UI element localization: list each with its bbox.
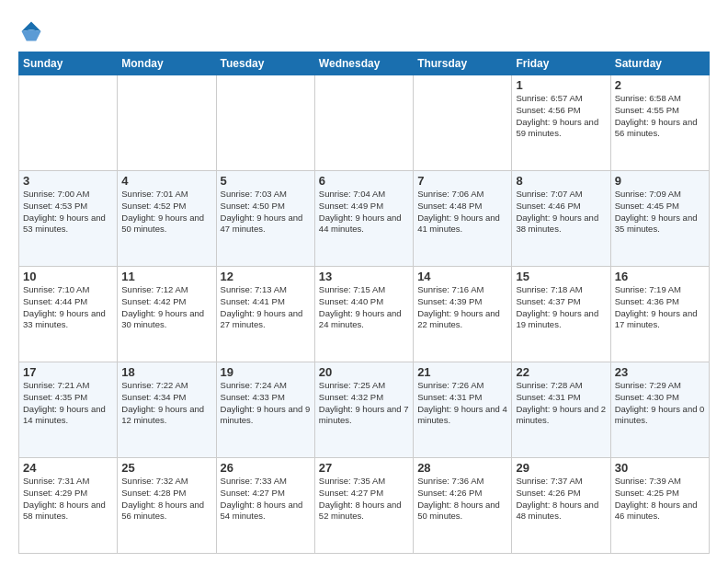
day-number: 12 — [221, 270, 311, 283]
calendar-cell: 22Sunrise: 7:28 AM Sunset: 4:31 PM Dayli… — [512, 362, 610, 458]
calendar-cell: 10Sunrise: 7:10 AM Sunset: 4:44 PM Dayli… — [19, 267, 118, 362]
day-info: Sunrise: 7:37 AM Sunset: 4:26 PM Dayligh… — [516, 476, 606, 523]
day-number: 7 — [417, 174, 507, 188]
day-number: 3 — [23, 174, 113, 188]
header — [18, 15, 710, 44]
calendar-cell: 23Sunrise: 7:29 AM Sunset: 4:30 PM Dayli… — [610, 362, 709, 458]
day-number: 16 — [615, 270, 705, 283]
calendar-cell: 11Sunrise: 7:12 AM Sunset: 4:42 PM Dayli… — [118, 267, 216, 362]
day-info: Sunrise: 7:01 AM Sunset: 4:52 PM Dayligh… — [121, 189, 211, 236]
day-number: 9 — [615, 174, 705, 188]
calendar-header-row: SundayMondayTuesdayWednesdayThursdayFrid… — [19, 52, 710, 75]
svg-marker-1 — [22, 29, 41, 40]
day-number: 26 — [221, 461, 311, 475]
day-info: Sunrise: 7:12 AM Sunset: 4:42 PM Dayligh… — [121, 284, 211, 331]
calendar-cell: 25Sunrise: 7:32 AM Sunset: 4:28 PM Dayli… — [118, 458, 216, 554]
day-info: Sunrise: 7:19 AM Sunset: 4:36 PM Dayligh… — [615, 284, 705, 331]
day-info: Sunrise: 7:03 AM Sunset: 4:50 PM Dayligh… — [221, 189, 311, 236]
day-number: 6 — [319, 174, 409, 188]
calendar-cell: 27Sunrise: 7:35 AM Sunset: 4:27 PM Dayli… — [314, 458, 413, 554]
day-info: Sunrise: 7:16 AM Sunset: 4:39 PM Dayligh… — [417, 284, 507, 331]
day-info: Sunrise: 7:06 AM Sunset: 4:48 PM Dayligh… — [417, 189, 507, 236]
calendar-cell: 20Sunrise: 7:25 AM Sunset: 4:32 PM Dayli… — [314, 362, 413, 458]
weekday-header-tuesday: Tuesday — [216, 52, 314, 75]
day-number: 11 — [121, 270, 211, 283]
day-number: 8 — [516, 174, 606, 188]
day-number: 20 — [319, 365, 409, 379]
calendar-week-4: 17Sunrise: 7:21 AM Sunset: 4:35 PM Dayli… — [19, 362, 710, 458]
day-info: Sunrise: 7:25 AM Sunset: 4:32 PM Dayligh… — [319, 380, 409, 427]
day-number: 27 — [319, 461, 409, 475]
day-info: Sunrise: 7:10 AM Sunset: 4:44 PM Dayligh… — [23, 284, 113, 331]
day-number: 17 — [23, 365, 113, 379]
calendar-week-3: 10Sunrise: 7:10 AM Sunset: 4:44 PM Dayli… — [19, 267, 710, 362]
calendar-cell: 13Sunrise: 7:15 AM Sunset: 4:40 PM Dayli… — [314, 267, 413, 362]
day-number: 13 — [319, 270, 409, 283]
calendar-table: SundayMondayTuesdayWednesdayThursdayFrid… — [18, 52, 710, 554]
day-number: 4 — [121, 174, 211, 188]
day-number: 15 — [516, 270, 606, 283]
day-info: Sunrise: 7:18 AM Sunset: 4:37 PM Dayligh… — [516, 284, 606, 331]
calendar-cell: 5Sunrise: 7:03 AM Sunset: 4:50 PM Daylig… — [216, 171, 314, 267]
day-info: Sunrise: 6:57 AM Sunset: 4:56 PM Dayligh… — [516, 93, 606, 140]
day-info: Sunrise: 7:13 AM Sunset: 4:41 PM Dayligh… — [221, 284, 311, 331]
day-info: Sunrise: 7:35 AM Sunset: 4:27 PM Dayligh… — [319, 476, 409, 523]
calendar-cell: 3Sunrise: 7:00 AM Sunset: 4:53 PM Daylig… — [19, 171, 118, 267]
day-number: 1 — [516, 78, 606, 92]
calendar-cell: 19Sunrise: 7:24 AM Sunset: 4:33 PM Dayli… — [216, 362, 314, 458]
calendar-cell: 30Sunrise: 7:39 AM Sunset: 4:25 PM Dayli… — [610, 458, 709, 554]
day-number: 18 — [121, 365, 211, 379]
day-info: Sunrise: 7:21 AM Sunset: 4:35 PM Dayligh… — [23, 380, 113, 427]
calendar-cell: 28Sunrise: 7:36 AM Sunset: 4:26 PM Dayli… — [414, 458, 512, 554]
day-info: Sunrise: 7:31 AM Sunset: 4:29 PM Dayligh… — [23, 476, 113, 523]
calendar-cell: 15Sunrise: 7:18 AM Sunset: 4:37 PM Dayli… — [512, 267, 610, 362]
day-number: 29 — [516, 461, 606, 475]
calendar-week-1: 1Sunrise: 6:57 AM Sunset: 4:56 PM Daylig… — [19, 75, 710, 171]
day-number: 14 — [417, 270, 507, 283]
day-info: Sunrise: 6:58 AM Sunset: 4:55 PM Dayligh… — [615, 93, 705, 140]
calendar-cell: 26Sunrise: 7:33 AM Sunset: 4:27 PM Dayli… — [216, 458, 314, 554]
day-number: 10 — [23, 270, 113, 283]
day-number: 21 — [417, 365, 507, 379]
calendar-cell — [414, 75, 512, 171]
calendar-cell: 4Sunrise: 7:01 AM Sunset: 4:52 PM Daylig… — [118, 171, 216, 267]
day-number: 22 — [516, 365, 606, 379]
weekday-header-saturday: Saturday — [610, 52, 709, 75]
calendar-cell: 17Sunrise: 7:21 AM Sunset: 4:35 PM Dayli… — [19, 362, 118, 458]
calendar-cell — [19, 75, 118, 171]
day-info: Sunrise: 7:22 AM Sunset: 4:34 PM Dayligh… — [121, 380, 211, 427]
calendar-cell: 7Sunrise: 7:06 AM Sunset: 4:48 PM Daylig… — [414, 171, 512, 267]
calendar-cell: 12Sunrise: 7:13 AM Sunset: 4:41 PM Dayli… — [216, 267, 314, 362]
day-number: 28 — [417, 461, 507, 475]
page: SundayMondayTuesdayWednesdayThursdayFrid… — [0, 0, 728, 563]
calendar-cell: 24Sunrise: 7:31 AM Sunset: 4:29 PM Dayli… — [19, 458, 118, 554]
weekday-header-wednesday: Wednesday — [314, 52, 413, 75]
day-info: Sunrise: 7:39 AM Sunset: 4:25 PM Dayligh… — [615, 476, 705, 523]
calendar-week-2: 3Sunrise: 7:00 AM Sunset: 4:53 PM Daylig… — [19, 171, 710, 267]
day-info: Sunrise: 7:07 AM Sunset: 4:46 PM Dayligh… — [516, 189, 606, 236]
day-info: Sunrise: 7:32 AM Sunset: 4:28 PM Dayligh… — [121, 476, 211, 523]
weekday-header-monday: Monday — [118, 52, 216, 75]
day-number: 30 — [615, 461, 705, 475]
day-number: 24 — [23, 461, 113, 475]
day-number: 5 — [221, 174, 311, 188]
day-info: Sunrise: 7:04 AM Sunset: 4:49 PM Dayligh… — [319, 189, 409, 236]
day-info: Sunrise: 7:24 AM Sunset: 4:33 PM Dayligh… — [221, 380, 311, 427]
day-info: Sunrise: 7:33 AM Sunset: 4:27 PM Dayligh… — [221, 476, 311, 523]
day-info: Sunrise: 7:36 AM Sunset: 4:26 PM Dayligh… — [417, 476, 507, 523]
calendar-cell — [314, 75, 413, 171]
calendar-cell — [216, 75, 314, 171]
calendar-cell: 29Sunrise: 7:37 AM Sunset: 4:26 PM Dayli… — [512, 458, 610, 554]
calendar-cell: 1Sunrise: 6:57 AM Sunset: 4:56 PM Daylig… — [512, 75, 610, 171]
logo — [18, 18, 48, 44]
day-info: Sunrise: 7:09 AM Sunset: 4:45 PM Dayligh… — [615, 189, 705, 236]
day-number: 19 — [221, 365, 311, 379]
calendar-week-5: 24Sunrise: 7:31 AM Sunset: 4:29 PM Dayli… — [19, 458, 710, 554]
calendar-cell: 14Sunrise: 7:16 AM Sunset: 4:39 PM Dayli… — [414, 267, 512, 362]
calendar-cell — [118, 75, 216, 171]
calendar-cell: 18Sunrise: 7:22 AM Sunset: 4:34 PM Dayli… — [118, 362, 216, 458]
calendar-cell: 16Sunrise: 7:19 AM Sunset: 4:36 PM Dayli… — [610, 267, 709, 362]
day-info: Sunrise: 7:29 AM Sunset: 4:30 PM Dayligh… — [615, 380, 705, 427]
day-info: Sunrise: 7:26 AM Sunset: 4:31 PM Dayligh… — [417, 380, 507, 427]
calendar-cell: 21Sunrise: 7:26 AM Sunset: 4:31 PM Dayli… — [414, 362, 512, 458]
